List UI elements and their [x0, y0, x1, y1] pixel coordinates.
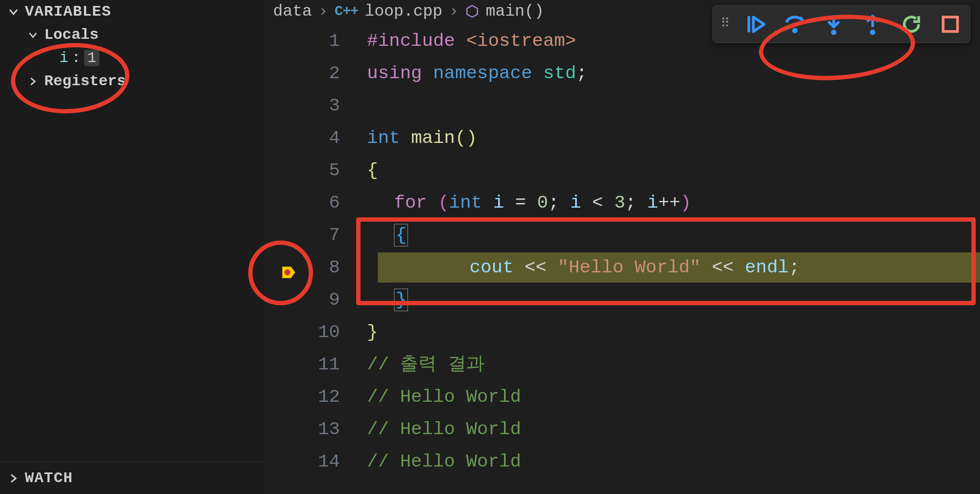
token-identifier: endl	[745, 251, 789, 284]
svg-point-1	[831, 30, 836, 35]
locals-group[interactable]: Locals	[0, 23, 264, 46]
stop-button[interactable]	[938, 12, 962, 36]
line-number: 12	[313, 381, 345, 413]
breadcrumb-separator: ›	[449, 2, 459, 20]
token-punct: ;	[789, 251, 800, 284]
line-number: 11	[313, 348, 345, 381]
token-op: ++	[658, 187, 680, 219]
token-op: <<	[712, 251, 734, 284]
symbol-icon	[465, 4, 479, 18]
code-line[interactable]: 2 using namespace std;	[264, 57, 980, 90]
breadcrumb-folder[interactable]: data	[273, 2, 312, 20]
watch-section-header[interactable]: WATCH	[0, 462, 264, 494]
code-line[interactable]: 11 // 출력 결과	[264, 348, 980, 381]
code-area[interactable]: 1 #include <iostream> 2 using namespace …	[264, 25, 980, 494]
line-number: 6	[313, 187, 345, 219]
token-keyword: for	[394, 187, 427, 219]
token-identifier: cout	[469, 251, 514, 284]
chevron-down-icon	[8, 6, 19, 18]
registers-label: Registers	[44, 73, 126, 90]
step-over-button[interactable]	[783, 12, 807, 36]
variable-name: i	[59, 50, 69, 66]
token-function: main	[411, 122, 455, 154]
token-number: 0	[537, 187, 548, 219]
breakpoint-current-icon[interactable]	[281, 259, 297, 276]
line-number: 4	[313, 122, 345, 154]
continue-button[interactable]	[744, 12, 768, 36]
step-out-button[interactable]	[861, 12, 884, 36]
code-line[interactable]: 5 {	[264, 154, 980, 187]
token-brace: }	[367, 316, 378, 348]
chevron-right-icon	[8, 472, 19, 484]
token-identifier: i	[493, 187, 504, 219]
code-line[interactable]: 14 // Hello World	[264, 445, 980, 478]
token-punct: ;	[576, 57, 587, 90]
line-number: 5	[313, 154, 345, 187]
token-punct: ;	[625, 187, 636, 219]
breadcrumb-file[interactable]: loop.cpp	[365, 2, 443, 20]
cpp-file-icon: C++	[335, 3, 358, 19]
token-identifier: i	[570, 187, 581, 219]
line-number: 3	[313, 90, 345, 122]
line-number: 9	[313, 284, 345, 316]
code-line[interactable]: 12 // Hello World	[264, 381, 980, 413]
token-keyword: using	[367, 57, 422, 90]
token-op: =	[515, 187, 526, 219]
variables-title: VARIABLES	[25, 3, 111, 20]
token-brace: }	[394, 289, 408, 311]
svg-point-0	[792, 28, 798, 33]
variable-colon: :	[72, 50, 81, 66]
line-number: 1	[313, 25, 345, 57]
token-preprocessor: #include	[367, 25, 455, 57]
line-number: 2	[313, 57, 345, 90]
token-brace: {	[367, 154, 378, 187]
chevron-down-icon	[27, 29, 39, 41]
code-line[interactable]: 10 }	[264, 316, 980, 348]
registers-group[interactable]: Registers	[0, 70, 264, 93]
code-line[interactable]: 13 // Hello World	[264, 413, 980, 445]
svg-point-4	[284, 269, 290, 275]
breadcrumb-separator: ›	[318, 2, 328, 20]
token-keyword: namespace	[433, 57, 532, 90]
code-line[interactable]: 9 }	[264, 284, 980, 316]
current-execution-line[interactable]: 8 cout << "Hello World" << endl;	[264, 251, 980, 284]
code-line[interactable]: 4 int main()	[264, 122, 980, 154]
svg-point-2	[870, 30, 875, 35]
token-comment: // Hello World	[367, 445, 521, 478]
drag-handle-icon[interactable]: ⠿	[720, 21, 729, 28]
step-into-button[interactable]	[822, 12, 846, 36]
token-namespace: std	[543, 57, 576, 90]
variable-row[interactable]: i : 1	[0, 46, 264, 70]
token-comment: // 출력 결과	[367, 348, 485, 381]
code-editor: data › C++ loop.cpp › main() ⠿	[264, 0, 980, 494]
line-number: 14	[313, 445, 345, 478]
token-identifier: i	[647, 187, 658, 219]
chevron-right-icon	[27, 76, 39, 87]
watch-title: WATCH	[25, 470, 73, 486]
token-comment: // Hello World	[367, 381, 521, 413]
token-number: 3	[614, 187, 625, 219]
token-brace: {	[394, 224, 408, 246]
token-paren: )	[680, 187, 691, 219]
token-op: <	[592, 187, 603, 219]
restart-button[interactable]	[900, 12, 923, 36]
token-include: <iostream>	[466, 25, 576, 57]
code-line[interactable]: 6 for (int i = 0; i < 3; i++)	[264, 187, 980, 219]
code-line[interactable]: 7 {	[264, 219, 980, 251]
line-number: 10	[313, 316, 345, 348]
line-number: 13	[313, 413, 345, 445]
token-paren: ()	[455, 122, 477, 154]
line-number: 7	[313, 219, 345, 251]
variable-value: 1	[84, 50, 100, 66]
debug-sidebar: VARIABLES Locals i : 1 Registers WATCH	[0, 0, 264, 494]
token-string: "Hello World"	[557, 251, 700, 284]
token-comment: // Hello World	[367, 413, 521, 445]
line-number: 8	[313, 251, 345, 284]
variables-section-header[interactable]: VARIABLES	[0, 0, 264, 23]
code-line[interactable]: 3	[264, 90, 980, 122]
token-punct: ;	[548, 187, 559, 219]
svg-rect-3	[943, 17, 958, 32]
debug-toolbar: ⠿	[712, 5, 970, 43]
token-op: <<	[525, 251, 547, 284]
breadcrumb-symbol[interactable]: main()	[486, 2, 544, 20]
